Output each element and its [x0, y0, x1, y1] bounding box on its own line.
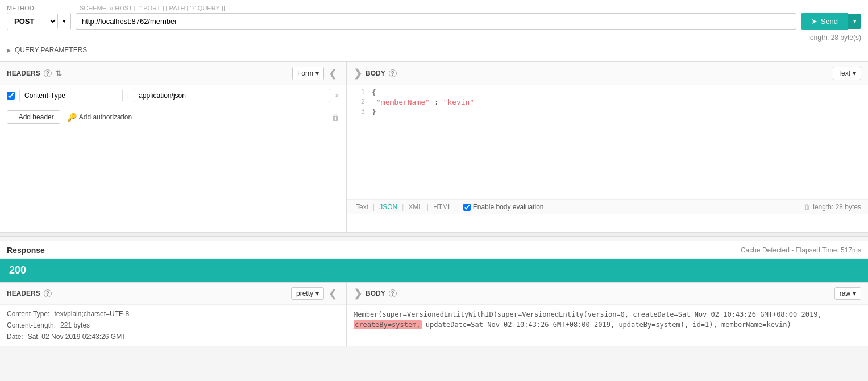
header-row-0: : × [0, 85, 346, 106]
request-length-info: length: 28 byte(s) [7, 34, 861, 42]
header-key-input-0[interactable] [19, 89, 123, 102]
body-trash-icon[interactable]: 🗑 [804, 203, 811, 211]
body-format-tabs: Text | JSON | XML | HTML Enable body eva… [354, 203, 544, 211]
query-params-label: QUERY PARAMETERS [15, 46, 87, 54]
body-tab-xml[interactable]: XML [406, 203, 425, 211]
resp-headers-format-dropdown[interactable]: pretty ▾ [291, 287, 324, 300]
body-panel-right: Text ▾ [833, 67, 861, 80]
headers-title-group: HEADERS ? ⇅ [7, 69, 62, 78]
body-panel-header: ❯ BODY ? Text ▾ [347, 62, 868, 85]
response-section: Response Cache Detected - Elapsed Time: … [0, 241, 868, 346]
body-tab-text[interactable]: Text [354, 203, 371, 211]
resp-body-title: BODY [366, 289, 385, 297]
body-tab-json[interactable]: JSON [377, 203, 400, 211]
headers-left-arrow[interactable]: ❮ [326, 67, 339, 80]
headers-format-arrow-icon: ▾ [315, 69, 319, 77]
query-params-toggle[interactable]: ▶ QUERY PARAMETERS [7, 44, 861, 56]
headers-format-label: Form [297, 69, 313, 77]
resp-body-panel-arrow[interactable]: ❯ [354, 287, 362, 300]
response-header-bar: Response Cache Detected - Elapsed Time: … [0, 241, 868, 259]
send-label: Send [821, 17, 838, 26]
enable-body-eval-text: Enable body evaluation [473, 203, 544, 211]
enable-body-eval-label[interactable]: Enable body evaluation [463, 203, 544, 211]
key-icon: 🔑 [67, 113, 77, 122]
resp-header-key-1: Content-Length: [7, 321, 56, 329]
headers-format-dropdown[interactable]: Form ▾ [292, 67, 324, 80]
body-length-info: 🗑 length: 28 bytes [804, 203, 861, 211]
body-panel: ❯ BODY ? Text ▾ 1 { 2 " [347, 62, 868, 232]
resp-body-content: Member(super=VersionedEntityWithID(super… [347, 305, 868, 334]
enable-body-eval-checkbox[interactable] [463, 204, 471, 211]
header-checkbox-0[interactable] [7, 92, 15, 100]
body-help-icon[interactable]: ? [389, 69, 397, 77]
add-header-row: + Add header 🔑 Add authorization 🗑 [0, 106, 346, 129]
headers-title: HEADERS [7, 69, 40, 77]
query-params-arrow-icon: ▶ [7, 47, 11, 53]
header-delete-btn-0[interactable]: × [335, 91, 339, 100]
body-format-dropdown[interactable]: Text ▾ [833, 67, 861, 80]
resp-header-row-0: Content-Type: text/plain;charset=UTF-8 [0, 308, 346, 320]
resp-header-key-2: Date: [7, 333, 23, 341]
resp-body-format-arrow: ▾ [853, 289, 856, 297]
method-label: METHOD [7, 5, 75, 11]
send-button-group: ➤ Send ▾ [801, 13, 861, 30]
body-format-label: Text [838, 69, 850, 77]
resp-headers-help-icon[interactable]: ? [44, 289, 52, 297]
body-length-text: length: 28 bytes [813, 203, 861, 211]
send-dropdown-btn[interactable]: ▾ [848, 14, 861, 29]
send-button[interactable]: ➤ Send [801, 13, 848, 30]
body-format-arrow-icon: ▾ [853, 69, 856, 77]
code-line-1: 1 { [347, 88, 868, 97]
delete-all-headers-btn[interactable]: 🗑 [331, 113, 339, 122]
resp-header-val-2: Sat, 02 Nov 2019 02:43:26 GMT [28, 333, 126, 341]
body-tab-html[interactable]: HTML [431, 203, 454, 211]
body-editor[interactable]: 1 { 2 "memberName" : "kevin" 3 } [347, 85, 868, 199]
resp-headers-title-group: HEADERS ? [7, 289, 52, 297]
resp-body-panel-header: ❯ BODY ? raw ▾ [347, 283, 868, 305]
headers-help-icon[interactable]: ? [44, 69, 52, 77]
resp-body-highlight: createBy=system, [354, 320, 422, 329]
resp-body-title-group: ❯ BODY ? [354, 287, 397, 300]
request-panels: HEADERS ? ⇅ Form ▾ ❮ : × + Add header [0, 61, 868, 232]
body-panel-arrow-left[interactable]: ❯ [354, 67, 362, 80]
resp-headers-format-arrow: ▾ [315, 289, 319, 297]
body-title-group: ❯ BODY ? [354, 67, 397, 80]
method-dropdown-btn[interactable]: ▾ [57, 14, 70, 28]
resp-body-help-icon[interactable]: ? [389, 289, 397, 297]
resp-headers-format-label: pretty [296, 289, 313, 297]
resp-headers-title: HEADERS [7, 289, 40, 297]
resp-headers-left-arrow[interactable]: ❮ [326, 287, 339, 300]
resp-body-text-before: Member(super=VersionedEntityWithID(super… [354, 310, 822, 318]
response-title: Response [7, 246, 45, 255]
response-status-code: 200 [9, 264, 26, 276]
resp-headers-panel-header: HEADERS ? pretty ▾ ❮ [0, 283, 346, 305]
resp-body-text-after: updateDate=Sat Nov 02 10:43:26 GMT+08:00… [422, 321, 791, 329]
headers-sort-icon[interactable]: ⇅ [55, 69, 62, 78]
response-meta: Cache Detected - Elapsed Time: 517ms [741, 246, 861, 254]
url-label: SCHEME :// HOST [ ':' PORT ] [ PATH [ '?… [80, 5, 225, 11]
response-headers-panel: HEADERS ? pretty ▾ ❮ Content-Type: text/… [0, 283, 347, 346]
send-arrow-icon: ➤ [811, 17, 817, 26]
resp-body-format-dropdown[interactable]: raw ▾ [834, 287, 861, 300]
add-header-button[interactable]: + Add header [7, 110, 60, 124]
code-line-2: 2 "memberName" : "kevin" [347, 97, 868, 107]
add-auth-button[interactable]: 🔑 Add authorization [67, 113, 132, 122]
method-select-input[interactable]: POST GET PUT DELETE [7, 13, 57, 30]
body-footer: Text | JSON | XML | HTML Enable body eva… [347, 199, 868, 214]
resp-headers-content: Content-Type: text/plain;charset=UTF-8 C… [0, 305, 346, 346]
resp-header-key-0: Content-Type: [7, 310, 49, 318]
headers-panel-header: HEADERS ? ⇅ Form ▾ ❮ [0, 62, 346, 85]
resp-body-panel-right: raw ▾ [834, 287, 861, 300]
response-status-bar: 200 [0, 259, 868, 282]
section-divider [0, 232, 868, 237]
method-selector[interactable]: POST GET PUT DELETE ▾ [7, 13, 71, 30]
resp-header-val-0: text/plain;charset=UTF-8 [54, 310, 129, 318]
body-title: BODY [366, 69, 385, 77]
response-body-panel: ❯ BODY ? raw ▾ Member(super=VersionedEnt… [347, 283, 868, 346]
add-auth-label: Add authorization [79, 113, 132, 121]
resp-header-val-1: 221 bytes [60, 321, 90, 329]
header-val-input-0[interactable] [134, 89, 330, 102]
headers-panel: HEADERS ? ⇅ Form ▾ ❮ : × + Add header [0, 62, 347, 232]
code-line-3: 3 } [347, 107, 868, 117]
url-input[interactable] [76, 13, 796, 30]
